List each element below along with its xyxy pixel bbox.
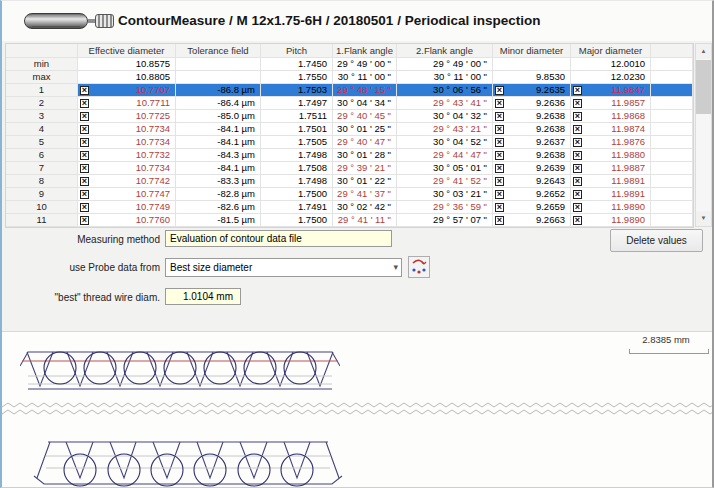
checkbox-checked-icon[interactable]: × (495, 190, 504, 199)
scroll-down-icon[interactable]: ▼ (696, 211, 711, 226)
checkbox-checked-icon[interactable]: × (573, 203, 582, 212)
cell-value: 12.0010 (611, 58, 645, 70)
checkbox-checked-icon[interactable]: × (80, 99, 89, 108)
probe-settings-button[interactable] (408, 256, 430, 278)
cell-flank-angle-2: 30 ° 06 ' 56 " (397, 84, 493, 97)
checkbox-checked-icon[interactable]: × (80, 203, 89, 212)
scroll-up-icon[interactable]: ▲ (696, 44, 711, 59)
checkbox-checked-icon[interactable]: × (80, 112, 89, 121)
delete-values-button[interactable]: Delete values (610, 229, 703, 252)
table-row[interactable]: 11×10.7760-81.5 µm1.750029 ° 41 ' 11 "29… (6, 214, 693, 227)
checkbox-checked-icon[interactable]: × (573, 190, 582, 199)
cell-major-diameter: ×11.9868 (571, 110, 651, 123)
table-row[interactable]: 10×10.7749-82.6 µm1.749130 ° 02 ' 42 "29… (6, 201, 693, 214)
checkbox-checked-icon[interactable]: × (80, 138, 89, 147)
checkbox-checked-icon[interactable]: × (573, 86, 582, 95)
cell-value: 11 (37, 214, 47, 226)
row-label[interactable]: 1 (6, 84, 78, 97)
table-row[interactable]: 4×10.7734-84.1 µm1.750130 ° 01 ' 25 "29 … (6, 123, 693, 136)
table-row[interactable]: 8×10.7742-83.3 µm1.749830 ° 01 ' 22 "29 … (6, 175, 693, 188)
table-row[interactable]: 9×10.7747-82.8 µm1.750029 ° 41 ' 37 "30 … (6, 188, 693, 201)
column-header[interactable]: Major diameter (571, 44, 651, 58)
cell-value: 11.9891 (611, 188, 645, 200)
column-header[interactable]: 1.Flank angle (333, 44, 397, 58)
checkbox-checked-icon[interactable]: × (573, 151, 582, 160)
table-row[interactable]: 5×10.7734-84.1 µm1.750529 ° 40 ' 47 "30 … (6, 136, 693, 149)
row-label[interactable]: 7 (6, 162, 78, 175)
checkbox-checked-icon[interactable]: × (495, 177, 504, 186)
checkbox-checked-icon[interactable]: × (495, 86, 504, 95)
cell-tolerance-field: -84.1 µm (176, 136, 261, 149)
table-row[interactable]: 7×10.7734-84.1 µm1.750829 ° 39 ' 21 "30 … (6, 162, 693, 175)
table-row[interactable]: 1×10.7707-86.8 µm1.750329 ° 48 ' 15 "30 … (6, 84, 693, 97)
checkbox-checked-icon[interactable]: × (80, 216, 89, 225)
checkbox-checked-icon[interactable]: × (495, 203, 504, 212)
row-label[interactable]: 6 (6, 149, 78, 162)
checkbox-checked-icon[interactable]: × (573, 99, 582, 108)
cell-value: -86.4 µm (217, 97, 255, 109)
checkbox-checked-icon[interactable]: × (573, 125, 582, 134)
cell-value: 1.7550 (298, 71, 327, 83)
cell-tolerance-field: -81.5 µm (176, 214, 261, 227)
checkbox-checked-icon[interactable]: × (80, 151, 89, 160)
cell-value: 30 ° 04 ' 34 " (337, 97, 391, 109)
cell-major-diameter: ×11.9890 (571, 201, 651, 214)
checkbox-checked-icon[interactable]: × (573, 112, 582, 121)
table-row[interactable]: 3×10.7725-85.0 µm1.751129 ° 40 ' 45 "30 … (6, 110, 693, 123)
checkbox-checked-icon[interactable]: × (573, 138, 582, 147)
column-header[interactable]: Minor diameter (493, 44, 571, 58)
checkbox-checked-icon[interactable]: × (495, 125, 504, 134)
column-header[interactable]: 2.Flank angle (397, 44, 493, 58)
column-header-rowlabel[interactable] (6, 44, 78, 58)
checkbox-checked-icon[interactable]: × (495, 112, 504, 121)
column-header[interactable]: Pitch (261, 44, 333, 58)
cell-flank-angle-1: 29 ° 41 ' 11 " (333, 214, 397, 227)
column-header-filler[interactable] (651, 44, 693, 58)
checkbox-checked-icon[interactable]: × (80, 164, 89, 173)
cell-value: 10.8805 (136, 71, 170, 83)
cell-value: 29 ° 41 ' 52 " (433, 175, 487, 187)
checkbox-checked-icon[interactable]: × (80, 190, 89, 199)
cell-pitch: 1.7491 (261, 201, 333, 214)
row-label[interactable]: 2 (6, 97, 78, 110)
row-label[interactable]: 8 (6, 175, 78, 188)
checkbox-checked-icon[interactable]: × (495, 138, 504, 147)
vertical-scrollbar[interactable]: ▲ ▼ (695, 43, 712, 227)
checkbox-checked-icon[interactable]: × (495, 216, 504, 225)
cell-major-diameter: ×11.9880 (571, 149, 651, 162)
wavy-separator (2, 402, 714, 416)
best-wire-diameter-field[interactable]: 1.0104 mm (165, 288, 241, 305)
column-header[interactable]: Tolerance field (176, 44, 261, 58)
row-label[interactable]: 11 (6, 214, 78, 227)
row-label[interactable]: 10 (6, 201, 78, 214)
checkbox-checked-icon[interactable]: × (80, 125, 89, 134)
row-label[interactable]: 5 (6, 136, 78, 149)
table-row[interactable]: 6×10.7732-84.3 µm1.749830 ° 01 ' 28 "29 … (6, 149, 693, 162)
checkbox-checked-icon[interactable]: × (495, 164, 504, 173)
row-label[interactable]: 9 (6, 188, 78, 201)
measuring-method-input[interactable]: Evaluation of contour data file (165, 230, 392, 247)
cell-value: 8 (39, 175, 44, 187)
column-header[interactable]: Effective diameter (78, 44, 176, 58)
row-label[interactable]: max (6, 71, 78, 84)
cell-filler (651, 123, 693, 136)
row-label[interactable]: 3 (6, 110, 78, 123)
cell-flank-angle-1: 29 ° 49 ' 00 " (333, 58, 397, 71)
row-label[interactable]: 4 (6, 123, 78, 136)
checkbox-checked-icon[interactable]: × (80, 86, 89, 95)
checkbox-checked-icon[interactable]: × (573, 177, 582, 186)
probe-data-select[interactable]: Best size diameter ▾ (165, 258, 402, 277)
table-row[interactable]: 2×10.7711-86.4 µm1.749730 ° 04 ' 34 "29 … (6, 97, 693, 110)
checkbox-checked-icon[interactable]: × (573, 216, 582, 225)
scrollbar-thumb[interactable] (696, 60, 711, 114)
table-row[interactable]: max10.88051.755030 ° 11 ' 00 "30 ° 11 ' … (6, 71, 693, 84)
cell-flank-angle-2: 29 ° 57 ' 07 " (397, 214, 493, 227)
checkbox-checked-icon[interactable]: × (80, 177, 89, 186)
checkbox-checked-icon[interactable]: × (573, 164, 582, 173)
table-row[interactable]: min10.85751.745029 ° 49 ' 00 "29 ° 49 ' … (6, 58, 693, 71)
row-label[interactable]: min (6, 58, 78, 71)
cell-value: 29 ° 49 ' 00 " (337, 58, 391, 70)
checkbox-checked-icon[interactable]: × (495, 99, 504, 108)
checkbox-checked-icon[interactable]: × (495, 151, 504, 160)
cell-value: 9.2638 (536, 123, 565, 135)
